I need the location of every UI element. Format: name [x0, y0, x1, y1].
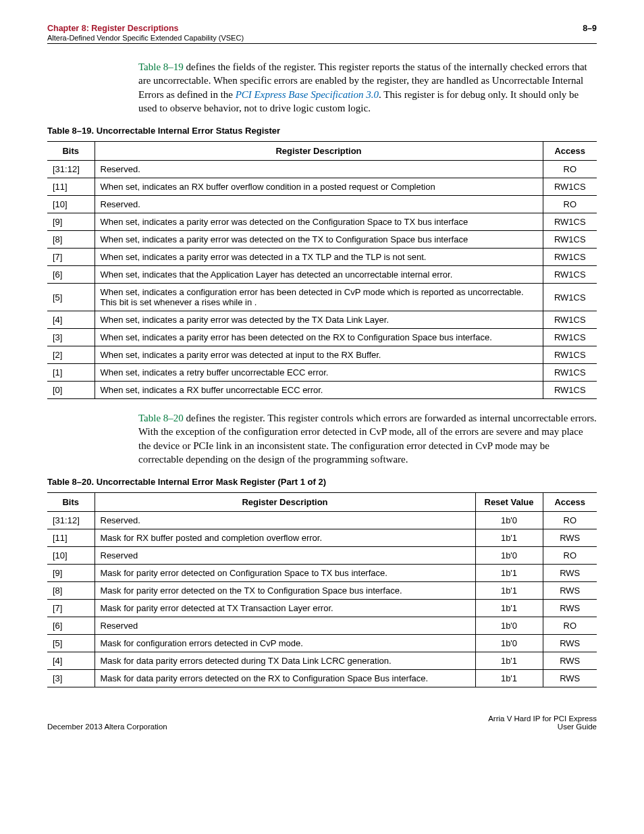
cell-reset: 1b'0: [475, 547, 543, 565]
th-access: Access: [543, 142, 597, 161]
header-chapter: Chapter 8: Register Descriptions: [47, 24, 244, 33]
cell-reset: 1b'1: [475, 565, 543, 582]
cell-bits: [8]: [47, 231, 95, 249]
cell-access: RWS: [543, 529, 597, 547]
cell-access: RW1CS: [543, 311, 597, 329]
cell-bits: [1]: [47, 364, 95, 382]
cell-access: RW1CS: [543, 364, 597, 382]
table-19-caption: Table 8–19. Uncorrectable Internal Error…: [47, 126, 597, 136]
th-reset: Reset Value: [475, 493, 543, 512]
cell-access: RW1CS: [543, 266, 597, 284]
cell-desc: Reserved: [95, 617, 475, 635]
footer-doc-title: Arria V Hard IP for PCI Express: [488, 714, 597, 723]
cell-access: RW1CS: [543, 382, 597, 399]
cell-desc: When set, indicates a retry buffer uncor…: [95, 364, 543, 382]
cell-bits: [10]: [47, 196, 95, 213]
table-row: [4]Mask for data parity errors detected …: [47, 652, 597, 670]
cell-bits: [5]: [47, 284, 95, 311]
table-row: [7]When set, indicates a parity error wa…: [47, 249, 597, 266]
cell-bits: [3]: [47, 670, 95, 687]
table-row: [6]Reserved1b'0RO: [47, 617, 597, 635]
cell-desc: Mask for data parity errors detected on …: [95, 670, 475, 687]
cell-reset: 1b'1: [475, 600, 543, 617]
cell-bits: [2]: [47, 346, 95, 364]
cell-access: RWS: [543, 582, 597, 600]
footer-doc-type: User Guide: [488, 723, 597, 731]
cell-desc: Reserved.: [95, 512, 475, 529]
cell-access: RW1CS: [543, 249, 597, 266]
cell-bits: [6]: [47, 266, 95, 284]
cell-access: RW1CS: [543, 284, 597, 311]
th-desc: Register Description: [95, 142, 543, 161]
cell-desc: Mask for RX buffer posted and completion…: [95, 529, 475, 547]
table-ref-link[interactable]: Table 8–19: [138, 61, 184, 72]
cell-access: RO: [543, 512, 597, 529]
cell-reset: 1b'0: [475, 512, 543, 529]
cell-bits: [31:12]: [47, 512, 95, 529]
cell-bits: [4]: [47, 652, 95, 670]
cell-bits: [6]: [47, 617, 95, 635]
cell-desc: When set, indicates a parity error was d…: [95, 249, 543, 266]
cell-desc: Mask for parity error detected on Config…: [95, 565, 475, 582]
cell-access: RWS: [543, 565, 597, 582]
table-row: [11]Mask for RX buffer posted and comple…: [47, 529, 597, 547]
cell-access: RW1CS: [543, 329, 597, 346]
spec-link[interactable]: PCI Express Base Specification 3.0: [236, 89, 379, 100]
cell-access: RWS: [543, 635, 597, 652]
table-row: [8]When set, indicates a parity error wa…: [47, 231, 597, 249]
cell-desc: When set, indicates an RX buffer overflo…: [95, 178, 543, 196]
table-19: Bits Register Description Access [31:12]…: [47, 141, 597, 399]
cell-access: RW1CS: [543, 346, 597, 364]
paragraph-2: Table 8–20 defines the register. This re…: [138, 411, 597, 466]
cell-access: RWS: [543, 652, 597, 670]
cell-bits: [11]: [47, 529, 95, 547]
cell-bits: [8]: [47, 582, 95, 600]
table-ref-link[interactable]: Table 8–20: [138, 413, 184, 423]
cell-desc: Mask for parity error detected on the TX…: [95, 582, 475, 600]
table-20-caption: Table 8–20. Uncorrectable Internal Error…: [47, 477, 597, 487]
table-row: [10]Reserved.RO: [47, 196, 597, 213]
cell-access: RO: [543, 547, 597, 565]
table-row: [5]When set, indicates a configuration e…: [47, 284, 597, 311]
cell-access: RO: [543, 161, 597, 178]
th-bits: Bits: [47, 142, 95, 161]
cell-bits: [7]: [47, 249, 95, 266]
footer-left: December 2013 Altera Corporation: [47, 723, 167, 731]
header-subtitle: Altera-Defined Vendor Specific Extended …: [47, 34, 244, 42]
cell-access: RW1CS: [543, 178, 597, 196]
cell-bits: [4]: [47, 311, 95, 329]
table-row: [8]Mask for parity error detected on the…: [47, 582, 597, 600]
table-row: [31:12]Reserved.1b'0RO: [47, 512, 597, 529]
table-row: [6]When set, indicates that the Applicat…: [47, 266, 597, 284]
table-row: [5]Mask for configuration errors detecte…: [47, 635, 597, 652]
table-row: [2]When set, indicates a parity error wa…: [47, 346, 597, 364]
table-row: [1]When set, indicates a retry buffer un…: [47, 364, 597, 382]
th-access: Access: [543, 493, 597, 512]
cell-desc: When set, indicates a parity error was d…: [95, 231, 543, 249]
cell-desc: When set, indicates that the Application…: [95, 266, 543, 284]
table-row: [9]When set, indicates a parity error wa…: [47, 213, 597, 231]
cell-access: RW1CS: [543, 231, 597, 249]
table-20: Bits Register Description Reset Value Ac…: [47, 492, 597, 687]
cell-bits: [11]: [47, 178, 95, 196]
cell-reset: 1b'1: [475, 652, 543, 670]
cell-desc: Reserved.: [95, 196, 543, 213]
table-row: [3]Mask for data parity errors detected …: [47, 670, 597, 687]
th-desc: Register Description: [95, 493, 475, 512]
cell-desc: When set, indicates a configuration erro…: [95, 284, 543, 311]
table-row: [9]Mask for parity error detected on Con…: [47, 565, 597, 582]
cell-desc: Reserved: [95, 547, 475, 565]
cell-access: RO: [543, 196, 597, 213]
header-page-number: 8–9: [583, 24, 597, 33]
cell-desc: When set, indicates a parity error was d…: [95, 311, 543, 329]
table-row: [11]When set, indicates an RX buffer ove…: [47, 178, 597, 196]
table-row: [7]Mask for parity error detected at TX …: [47, 600, 597, 617]
cell-bits: [9]: [47, 565, 95, 582]
cell-access: RW1CS: [543, 213, 597, 231]
th-bits: Bits: [47, 493, 95, 512]
cell-desc: When set, indicates a parity error was d…: [95, 346, 543, 364]
table-row: [4]When set, indicates a parity error wa…: [47, 311, 597, 329]
table-row: [10]Reserved1b'0RO: [47, 547, 597, 565]
cell-desc: When set, indicates a parity error was d…: [95, 213, 543, 231]
cell-reset: 1b'1: [475, 670, 543, 687]
